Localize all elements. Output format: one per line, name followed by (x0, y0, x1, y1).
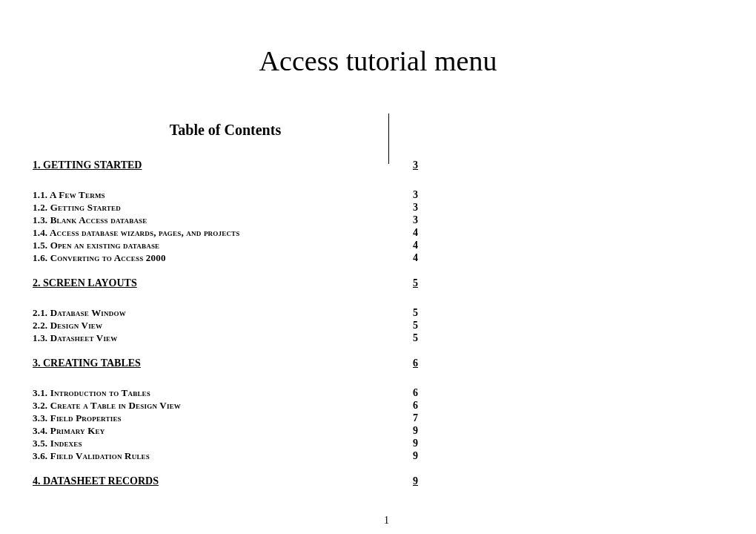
toc-heading-wrapper: Table of Contents (33, 122, 418, 139)
toc-section-title: 3. CREATING TABLES (33, 357, 407, 369)
toc-section-title: 2. SCREEN LAYOUTS (33, 277, 407, 289)
toc-section-title: 1. GETTING STARTED (33, 159, 407, 171)
toc-subsection-page: 5 (413, 332, 418, 344)
toc-subsection-page: 3 (413, 214, 418, 226)
toc-section: 4. DATASHEET RECORDS 9 (33, 475, 418, 487)
toc-container: Table of Contents 1. GETTING STARTED 3 1… (33, 122, 418, 487)
toc-subsection-title: 1.2. Getting Started (33, 202, 407, 214)
toc-subsection-row: 1.4. Access database wizards, pages, and… (33, 227, 418, 239)
toc-subsection-row: 3.1. Introduction to Tables 6 (33, 387, 418, 399)
toc-heading: Table of Contents (33, 122, 418, 139)
toc-subsection-row: 3.6. Field Validation Rules 9 (33, 450, 418, 462)
toc-subsection-page: 3 (413, 202, 418, 214)
toc-subsection-page: 7 (413, 412, 418, 424)
toc-section-row: 4. DATASHEET RECORDS 9 (33, 475, 418, 487)
toc-section: 3. CREATING TABLES 6 3.1. Introduction t… (33, 357, 418, 462)
toc-subsection-row: 2.2. Design View 5 (33, 320, 418, 332)
toc-section: 2. SCREEN LAYOUTS 5 2.1. Database Window… (33, 277, 418, 344)
toc-subsection-page: 6 (413, 400, 418, 412)
toc-subsection-page: 6 (413, 387, 418, 399)
toc-subsection-page: 9 (413, 425, 418, 437)
toc-subsection-group: 1.1. A Few Terms 3 1.2. Getting Started … (33, 189, 418, 264)
toc-subsection-title: 1.4. Access database wizards, pages, and… (33, 227, 407, 239)
toc-subsection-row: 2.1. Database Window 5 (33, 307, 418, 319)
toc-subsection-page: 5 (413, 307, 418, 319)
toc-subsection-row: 1.6. Converting to Access 2000 4 (33, 252, 418, 264)
toc-section: 1. GETTING STARTED 3 1.1. A Few Terms 3 … (33, 159, 418, 264)
toc-subsection-group: 2.1. Database Window 5 2.2. Design View … (33, 307, 418, 344)
toc-section-title: 4. DATASHEET RECORDS (33, 475, 407, 487)
page-number: 1 (384, 515, 389, 527)
toc-subsection-title: 3.3. Field Properties (33, 412, 407, 424)
toc-subsection-title: 1.6. Converting to Access 2000 (33, 252, 407, 264)
toc-subsection-row: 3.4. Primary Key 9 (33, 425, 418, 437)
toc-subsection-title: 2.1. Database Window (33, 307, 407, 319)
toc-subsection-title: 3.4. Primary Key (33, 425, 407, 437)
toc-subsection-row: 3.2. Create a Table in Design View 6 (33, 400, 418, 412)
toc-subsection-title: 1.3. Blank Access database (33, 214, 407, 226)
toc-section-page: 3 (413, 159, 418, 171)
toc-subsection-page: 4 (413, 252, 418, 264)
toc-subsection-page: 9 (413, 450, 418, 462)
toc-section-page: 5 (413, 277, 418, 289)
toc-subsection-title: 3.5. Indexes (33, 438, 407, 449)
toc-subsection-title: 3.1. Introduction to Tables (33, 387, 407, 399)
toc-subsection-row: 3.5. Indexes 9 (33, 438, 418, 449)
toc-subsection-title: 1.1. A Few Terms (33, 189, 407, 201)
toc-subsection-row: 3.3. Field Properties 7 (33, 412, 418, 424)
document-page: Access tutorial menu Table of Contents 1… (0, 0, 756, 487)
toc-subsection-title: 2.2. Design View (33, 320, 407, 332)
toc-subsection-title: 3.2. Create a Table in Design View (33, 400, 407, 412)
toc-subsection-group: 3.1. Introduction to Tables 6 3.2. Creat… (33, 387, 418, 462)
toc-subsection-title: 1.5. Open an existing database (33, 240, 407, 251)
toc-subsection-page: 3 (413, 189, 418, 201)
toc-subsection-page: 5 (413, 320, 418, 332)
toc-subsection-title: 3.6. Field Validation Rules (33, 450, 407, 462)
toc-subsection-row: 1.3. Blank Access database 3 (33, 214, 418, 226)
toc-subsection-row: 1.5. Open an existing database 4 (33, 240, 418, 251)
toc-section-row: 1. GETTING STARTED 3 (33, 159, 418, 171)
toc-subsection-page: 4 (413, 240, 418, 251)
toc-subsection-page: 4 (413, 227, 418, 239)
toc-subsection-row: 1.2. Getting Started 3 (33, 202, 418, 214)
document-title: Access tutorial menu (0, 44, 756, 77)
toc-section-row: 2. SCREEN LAYOUTS 5 (33, 277, 418, 289)
toc-section-page: 6 (413, 357, 418, 369)
toc-section-page: 9 (413, 475, 418, 487)
toc-subsection-row: 1.1. A Few Terms 3 (33, 189, 418, 201)
toc-subsection-title: 1.3. Datasheet View (33, 332, 407, 344)
toc-subsection-row: 1.3. Datasheet View 5 (33, 332, 418, 344)
toc-subsection-page: 9 (413, 438, 418, 449)
toc-section-row: 3. CREATING TABLES 6 (33, 357, 418, 369)
